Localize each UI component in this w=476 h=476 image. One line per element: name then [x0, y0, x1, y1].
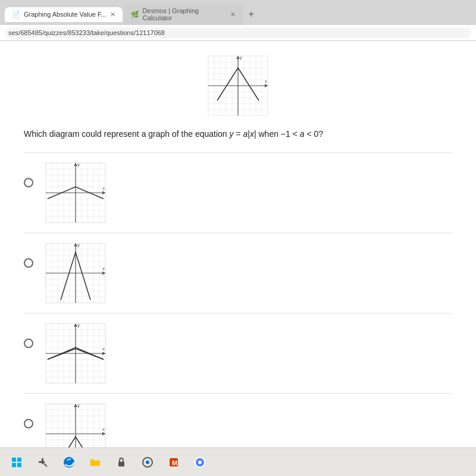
radio-c[interactable]: [24, 339, 33, 348]
svg-text:x: x: [102, 266, 105, 271]
svg-text:y: y: [77, 403, 80, 408]
svg-text:x: x: [102, 346, 105, 352]
svg-point-139: [198, 461, 202, 464]
svg-text:y: y: [77, 242, 80, 248]
chrome-icon: [194, 456, 206, 468]
taskbar-edge-button[interactable]: [57, 452, 81, 473]
answer-option-d: x y: [24, 393, 452, 453]
tab-inactive[interactable]: 🌿 Desmos | Graphing Calculator ✕: [124, 4, 243, 25]
svg-line-131: [44, 464, 47, 466]
radio-b[interactable]: [24, 258, 33, 268]
svg-rect-126: [17, 458, 21, 462]
taskbar-chrome-button[interactable]: [188, 452, 212, 473]
tab-bar: 📄 Graphing Absolute Value F... ✕ 🌿 Desmo…: [0, 0, 476, 25]
answer-option-b: x y: [24, 233, 452, 313]
svg-text:M: M: [172, 459, 177, 466]
svg-rect-128: [17, 463, 21, 467]
tab-active-label: Graphing Absolute Value F...: [24, 11, 107, 18]
address-bar: [0, 25, 476, 40]
graph-b: x y: [43, 240, 108, 306]
graph-d: x y: [43, 401, 108, 453]
tab-active[interactable]: 📄 Graphing Absolute Value F... ✕: [5, 7, 123, 22]
taskbar-windows-button[interactable]: [5, 452, 29, 473]
svg-point-135: [146, 461, 149, 464]
page-content: x y Which diagram could represent a grap…: [0, 41, 476, 453]
new-tab-button[interactable]: +: [244, 7, 259, 22]
folder-icon: [89, 456, 101, 468]
reference-graph: x y: [205, 53, 271, 118]
svg-text:y: y: [77, 322, 80, 328]
radio-a[interactable]: [24, 178, 33, 187]
graph-a: x y: [43, 160, 108, 226]
tab-inactive-label: Desmos | Graphing Calculator: [143, 7, 227, 21]
taskbar-cortana-button[interactable]: [136, 452, 159, 473]
taskbar-search-button[interactable]: [31, 452, 55, 473]
svg-rect-125: [12, 458, 16, 462]
graph-d-svg: x y: [43, 401, 108, 453]
graph-b-svg: x y: [43, 240, 108, 306]
question-text: Which diagram could represent a graph of…: [24, 128, 452, 140]
svg-text:x: x: [102, 186, 105, 191]
svg-rect-133: [118, 462, 124, 466]
graph-c-svg: x y: [43, 321, 108, 386]
taskbar-files-button[interactable]: [83, 452, 107, 473]
address-input[interactable]: [5, 27, 471, 38]
browser-chrome: 📄 Graphing Absolute Value F... ✕ 🌿 Desmo…: [0, 0, 476, 41]
search-icon: [37, 457, 48, 468]
tab-close-inactive[interactable]: ✕: [230, 11, 236, 18]
tab-close-active[interactable]: ✕: [110, 11, 115, 18]
graph-a-svg: x y: [43, 160, 108, 226]
svg-text:y: y: [77, 162, 80, 167]
reference-graph-container: x y: [24, 53, 452, 118]
lock-icon: [116, 457, 127, 468]
answer-option-c: x y: [24, 313, 452, 393]
taskbar-office-button[interactable]: M: [162, 452, 186, 473]
office-icon: M: [168, 456, 180, 468]
radio-d[interactable]: [24, 419, 33, 428]
reference-graph-svg: x y: [205, 53, 271, 118]
svg-text:x: x: [265, 79, 267, 84]
graph-c: x y: [43, 321, 108, 386]
taskbar: M: [0, 447, 476, 476]
windows-icon: [11, 457, 22, 468]
edge-icon: [62, 456, 76, 469]
cortana-icon: [142, 456, 154, 468]
answer-option-a: x y: [24, 152, 452, 233]
svg-rect-130: [42, 458, 43, 464]
svg-text:x: x: [102, 427, 105, 432]
svg-rect-127: [12, 463, 16, 467]
taskbar-lock-button[interactable]: [109, 452, 133, 473]
svg-text:y: y: [240, 55, 242, 60]
